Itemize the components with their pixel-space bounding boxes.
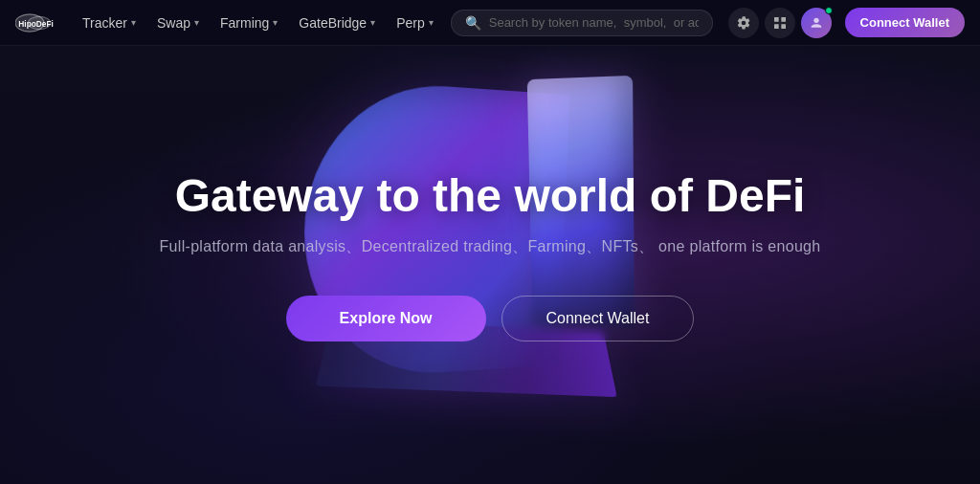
explore-now-button[interactable]: Explore Now [286,296,486,341]
chevron-down-icon: ▾ [194,17,199,28]
gear-icon [736,15,751,31]
hero-connect-wallet-button[interactable]: Connect Wallet [501,296,695,341]
logo-icon: HipoDeFi [15,8,54,38]
search-icon: 🔍 [465,15,481,31]
avatar-button[interactable] [801,8,832,38]
nav-item-swap[interactable]: Swap ▾ [147,10,209,36]
chevron-down-icon: ▾ [370,17,375,28]
grid-icon [772,15,788,31]
hero-title: Gateway to the world of DeFi [160,171,821,222]
search-bar[interactable]: 🔍 [451,10,713,36]
nav-item-perp[interactable]: Perp ▾ [387,10,443,36]
hero-section: Gateway to the world of DeFi Full-platfo… [0,0,980,484]
nav-item-gatebridge[interactable]: GateBridge ▾ [289,10,385,36]
avatar-icon [809,15,824,31]
hero-content: Gateway to the world of DeFi Full-platfo… [160,171,821,341]
chevron-down-icon: ▾ [131,17,136,28]
nav-item-tracker[interactable]: Tracker ▾ [73,10,145,36]
nav-links: Tracker ▾ Swap ▾ Farming ▾ GateBridge ▾ … [73,10,443,36]
svg-text:HipoDeFi: HipoDeFi [18,19,54,29]
hero-buttons: Explore Now Connect Wallet [160,296,821,341]
logo[interactable]: HipoDeFi [15,8,54,38]
settings-icon-button[interactable] [728,8,759,38]
online-indicator [825,7,833,14]
nav-icon-group [728,8,832,38]
nav-item-farming[interactable]: Farming ▾ [211,10,287,36]
connect-wallet-button[interactable]: Connect Wallet [845,8,965,37]
navbar: HipoDeFi Tracker ▾ Swap ▾ Farming ▾ Gate… [0,0,980,46]
chevron-down-icon: ▾ [429,17,434,28]
svg-point-3 [813,17,818,22]
search-input[interactable] [489,15,699,30]
grid-icon-button[interactable] [765,8,795,38]
chevron-down-icon: ▾ [273,17,278,28]
hero-subtitle: Full-platform data analysis、Decentralize… [160,237,821,257]
